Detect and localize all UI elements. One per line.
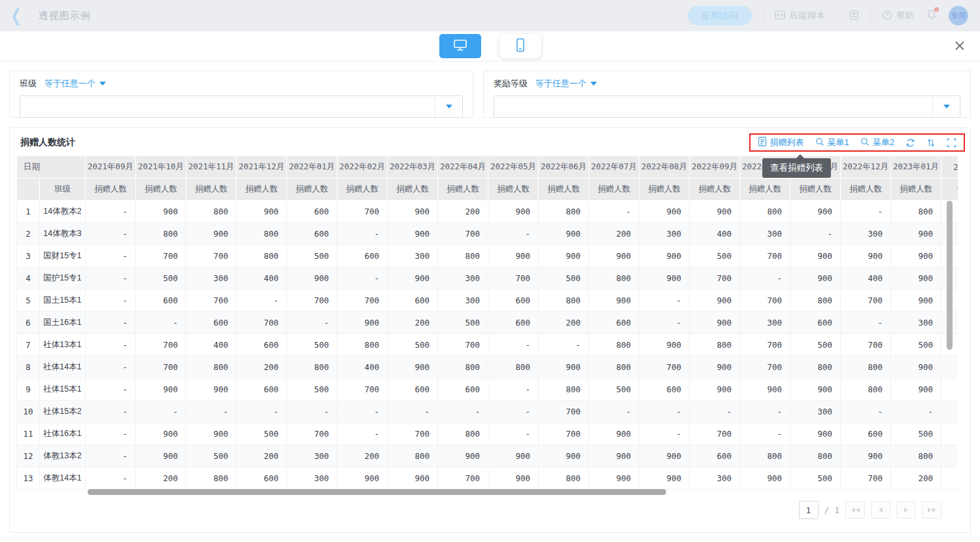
cell-value: 700	[337, 201, 388, 223]
app-header: ❮ 透视图示例 应用访问 后端脚本	[0, 0, 980, 31]
members-button[interactable]	[849, 10, 859, 22]
class-filter-select[interactable]	[20, 95, 463, 118]
cell-value: 700	[690, 267, 740, 290]
row-class-name: 国土16本1	[40, 312, 86, 334]
cell-value: -	[589, 201, 639, 223]
cell-value: 800	[891, 445, 941, 467]
cell-value: 500	[790, 334, 841, 356]
last-page-button[interactable]	[922, 501, 941, 518]
filter-operator-dropdown[interactable]: 等于任意一个	[535, 78, 597, 90]
select-dropdown-button[interactable]	[435, 96, 462, 117]
cell-value: -	[740, 267, 790, 290]
measure-column-header: 捐赠人数	[86, 178, 136, 201]
cell-value-partial	[941, 356, 958, 379]
menu2-button[interactable]: 菜单2	[860, 137, 894, 148]
chevron-right-icon	[904, 507, 908, 513]
cell-value: 900	[740, 467, 790, 490]
filter-label: 奖励等级	[494, 78, 528, 90]
row-index: 7	[17, 334, 40, 356]
row-index: 5	[17, 290, 40, 312]
table-row: 114体教本2-900800900600700900200900800-9009…	[17, 201, 958, 223]
desktop-view-toggle[interactable]	[439, 34, 481, 58]
cell-value: 700	[841, 334, 891, 356]
horizontal-scrollbar[interactable]	[88, 489, 666, 495]
cell-value: 600	[287, 201, 337, 223]
page-input[interactable]	[799, 501, 819, 519]
cell-value: -	[438, 401, 488, 423]
mobile-view-toggle[interactable]	[499, 34, 541, 58]
cell-value: 800	[539, 201, 589, 223]
cell-value: 600	[388, 290, 438, 312]
vertical-scrollbar[interactable]	[947, 201, 953, 350]
table-row: 4国护15专1-500300400900-9003007005008009007…	[17, 267, 958, 290]
row-class-name: 体教14本1	[40, 467, 86, 490]
cell-value: 800	[136, 223, 186, 245]
cell-value: 900	[388, 223, 438, 245]
cell-value: -	[488, 223, 539, 245]
select-dropdown-button[interactable]	[932, 96, 960, 117]
cell-value: 300	[690, 467, 740, 490]
cell-value: 900	[891, 245, 941, 267]
cell-value: 200	[237, 445, 287, 467]
pivot-panel: 捐赠人数统计 捐赠列表	[9, 127, 971, 533]
cell-value: 800	[891, 201, 941, 223]
cell-value: -	[337, 401, 388, 423]
cell-value: 500	[589, 379, 639, 401]
measure-column-header: 捐赠人数	[891, 178, 941, 201]
cell-value: 700	[287, 290, 337, 312]
page-title: 透视图示例	[39, 10, 91, 22]
donation-list-button[interactable]: 捐赠列表	[758, 137, 804, 148]
preview-toolbar	[0, 31, 980, 61]
cell-value: -	[86, 379, 136, 401]
table-row: 9社体15本1-900900600500700600600-8005006009…	[17, 379, 958, 401]
double-chevron-right-icon	[928, 507, 932, 513]
cell-value: -	[488, 334, 539, 356]
next-page-button[interactable]	[896, 501, 916, 518]
cell-value: -	[639, 423, 690, 445]
cell-value: -	[86, 423, 136, 445]
measure-column-header: 捐赠人数	[639, 178, 690, 201]
help-button[interactable]: 帮助	[882, 10, 915, 22]
measure-column-header-partial: 捐	[941, 178, 958, 201]
table-row: 12体教13本2-9005002003002008009009009009009…	[17, 445, 958, 467]
row-index: 3	[17, 245, 40, 267]
cell-value: -	[287, 312, 337, 334]
cell-value: 900	[388, 267, 438, 290]
row-index: 9	[17, 379, 40, 401]
measure-column-header: 捐赠人数	[237, 178, 287, 201]
sort-icon[interactable]	[926, 138, 936, 148]
pivot-table-container[interactable]: 日期 2021年09月2021年10月2021年11月2021年12月2022年…	[16, 156, 958, 490]
menu1-button[interactable]: 菜单1	[815, 137, 849, 148]
table-row: 214体教本3-800900800600-900700-900200300400…	[17, 223, 958, 245]
filter-operator-dropdown[interactable]: 等于任意一个	[44, 78, 106, 90]
backend-script-button[interactable]: 后端脚本	[775, 10, 826, 22]
first-page-button[interactable]	[845, 501, 865, 518]
cell-value: 700	[186, 245, 237, 267]
cell-value: 900	[891, 267, 941, 290]
cell-value: -	[690, 401, 740, 423]
close-icon[interactable]	[954, 40, 966, 52]
avatar[interactable]: 专用	[949, 6, 968, 25]
row-index: 10	[17, 401, 40, 423]
cell-value: 900	[388, 201, 438, 223]
back-icon[interactable]: ❮	[10, 7, 22, 24]
cell-value: 900	[539, 445, 589, 467]
cell-value: 500	[237, 423, 287, 445]
notifications-button[interactable]	[926, 8, 938, 23]
fullscreen-icon[interactable]	[947, 138, 956, 148]
cell-value: 700	[841, 290, 891, 312]
cell-value: 900	[136, 445, 186, 467]
row-index: 2	[17, 223, 40, 245]
cell-value: 600	[237, 334, 287, 356]
reward-filter-select[interactable]	[494, 95, 960, 118]
month-column-header: 2022年09月	[690, 156, 740, 178]
cell-value: -	[639, 290, 690, 312]
prev-page-button[interactable]	[871, 501, 890, 518]
modal-content: 班级 等于任意一个 奖励等级 等于任意一个	[0, 61, 980, 542]
chevron-down-icon	[99, 82, 106, 86]
app-access-button[interactable]: 应用访问	[688, 6, 752, 25]
table-row: 6国土16本1--600700-900200500600200600-90030…	[17, 312, 958, 334]
refresh-icon[interactable]	[905, 138, 915, 148]
month-column-header: 2023年01月	[891, 156, 941, 178]
cell-value: 600	[337, 245, 388, 267]
